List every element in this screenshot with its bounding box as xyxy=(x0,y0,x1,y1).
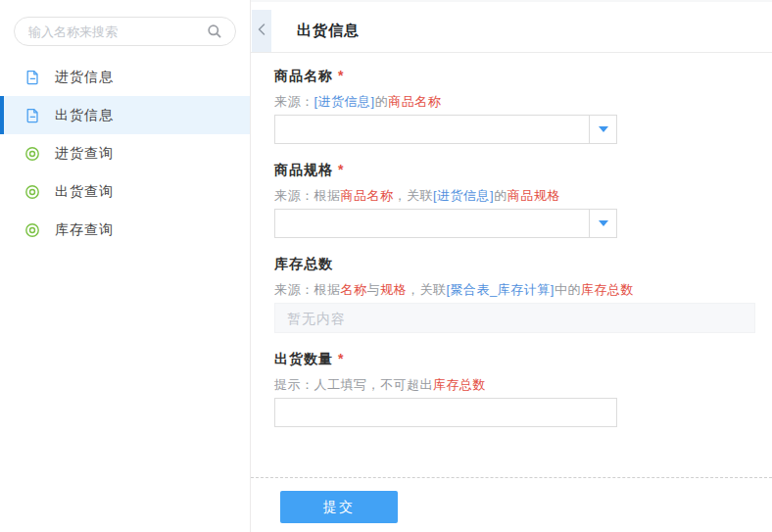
field-label-text: 商品名称 xyxy=(274,68,333,83)
sidebar: 进货信息 出货信息 xyxy=(0,0,251,532)
field-label: 出货数量* xyxy=(274,350,772,367)
field-hint: 来源：根据商品名称，关联[进货信息]的商品规格 xyxy=(274,188,772,204)
sidebar-item-label: 进货信息 xyxy=(55,69,114,86)
back-button[interactable] xyxy=(252,10,271,52)
shipping-quantity-input[interactable] xyxy=(274,398,617,427)
hint-segment: 库存总数 xyxy=(581,282,634,297)
field-inventory-total: 库存总数 来源：根据名称与规格，关联[聚合表_库存计算]中的库存总数 xyxy=(274,255,772,333)
search-box[interactable] xyxy=(14,17,236,46)
hint-segment: 的 xyxy=(494,188,507,203)
hint-segment: 规格 xyxy=(380,282,407,297)
hint-segment: 商品名称 xyxy=(388,94,441,109)
search-icon[interactable] xyxy=(206,23,223,40)
select-value xyxy=(275,116,589,143)
chevron-down-icon[interactable] xyxy=(589,116,616,143)
field-label: 库存总数 xyxy=(274,255,772,272)
hint-segment: ，关联 xyxy=(394,188,434,203)
hint-segment: [进货信息] xyxy=(433,188,494,203)
hint-segment: ，关联 xyxy=(407,282,447,297)
hint-segment: 提示：人工填写，不可超出 xyxy=(274,377,433,392)
field-label: 商品规格* xyxy=(274,161,772,178)
hint-segment: 名称 xyxy=(341,282,367,297)
hint-segment: 库存总数 xyxy=(433,377,486,392)
page-header: 出货信息 xyxy=(251,10,772,53)
sidebar-item-label: 出货查询 xyxy=(55,183,114,201)
field-shipping-quantity: 出货数量* 提示：人工填写，不可超出库存总数 xyxy=(274,350,772,427)
product-name-select[interactable] xyxy=(274,115,617,144)
inventory-total-input xyxy=(274,303,755,333)
sidebar-item-shipping-query[interactable]: 出货查询 xyxy=(0,172,250,211)
field-label-text: 商品规格 xyxy=(274,162,333,177)
sidebar-item-label: 进货查询 xyxy=(55,145,114,163)
sidebar-item-shipping-info[interactable]: 出货信息 xyxy=(0,96,250,134)
query-target-icon xyxy=(24,184,40,200)
chevron-down-icon[interactable] xyxy=(589,210,616,237)
chevron-left-icon xyxy=(256,23,267,39)
hint-segment: 的 xyxy=(375,94,389,109)
field-hint: 提示：人工填写，不可超出库存总数 xyxy=(274,377,772,393)
field-label-text: 出货数量 xyxy=(274,351,333,366)
query-target-icon xyxy=(24,222,40,238)
required-asterisk: * xyxy=(338,162,344,177)
hint-segment: 来源： xyxy=(274,94,314,109)
hint-segment: 来源：根据 xyxy=(274,282,341,297)
app-window: 进货信息 出货信息 xyxy=(0,0,772,532)
field-label-text: 库存总数 xyxy=(274,256,333,271)
sidebar-menu: 进货信息 出货信息 xyxy=(0,58,250,249)
sidebar-item-purchase-query[interactable]: 进货查询 xyxy=(0,134,250,172)
required-asterisk: * xyxy=(338,351,344,366)
form-footer: 提交 xyxy=(251,491,772,523)
required-asterisk: * xyxy=(338,68,344,83)
sidebar-item-label: 库存查询 xyxy=(55,221,114,239)
submit-button[interactable]: 提交 xyxy=(280,491,398,523)
field-hint: 来源：根据名称与规格，关联[聚合表_库存计算]中的库存总数 xyxy=(274,282,772,298)
main-panel: 出货信息 商品名称* 来源：[进货信息]的商品名称 xyxy=(251,0,772,532)
hint-segment: [聚合表_库存计算] xyxy=(447,282,555,297)
field-product-spec: 商品规格* 来源：根据商品名称，关联[进货信息]的商品规格 xyxy=(274,161,772,238)
field-label: 商品名称* xyxy=(274,67,772,84)
select-value xyxy=(275,210,589,237)
hint-segment: 中的 xyxy=(555,282,581,297)
search-input[interactable] xyxy=(26,24,206,40)
hint-segment: 商品规格 xyxy=(507,188,560,203)
dashed-divider xyxy=(251,477,772,478)
sidebar-item-label: 出货信息 xyxy=(55,107,114,124)
field-product-name: 商品名称* 来源：[进货信息]的商品名称 xyxy=(274,67,772,144)
document-icon xyxy=(24,70,40,85)
hint-segment: 来源：根据 xyxy=(274,188,341,203)
hint-segment: [进货信息] xyxy=(314,94,375,109)
sidebar-item-purchase-info[interactable]: 进货信息 xyxy=(0,58,250,96)
hint-segment: 与 xyxy=(367,282,381,297)
query-target-icon xyxy=(24,146,40,162)
hint-segment: 商品名称 xyxy=(341,188,394,203)
product-spec-select[interactable] xyxy=(274,209,617,238)
form-area: 商品名称* 来源：[进货信息]的商品名称 商品规格* 来 xyxy=(251,53,772,427)
document-icon xyxy=(24,108,40,123)
sidebar-item-inventory-query[interactable]: 库存查询 xyxy=(0,211,250,249)
field-hint: 来源：[进货信息]的商品名称 xyxy=(274,94,772,110)
page-title: 出货信息 xyxy=(297,22,360,40)
